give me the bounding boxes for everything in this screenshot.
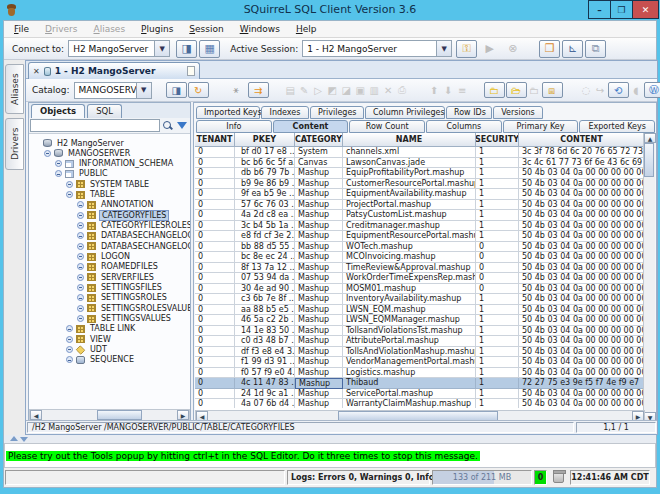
tree-collapsed-handle-icon[interactable] [66,356,73,363]
tree-collapsed-handle-icon[interactable] [77,274,84,281]
column-header-category[interactable]: CATEGORY [295,133,343,147]
collapse-down-icon[interactable] [20,437,28,442]
search-icon[interactable] [161,119,174,132]
tab-exported-keys[interactable]: Exported Keys [579,120,655,133]
tree-node-serverfiles[interactable]: SERVERFILES [77,272,156,282]
tab-row-ids[interactable]: Row IDs [446,106,492,119]
tree-node-udt[interactable]: UDT [66,345,109,355]
combo-arrow-icon[interactable]: ▼ [136,83,151,98]
tree-search-input[interactable] [30,119,160,132]
tab-info[interactable]: Info [196,120,272,133]
table-row[interactable]: 024 1d 9c a1 ...MashupServicePortal.mash… [195,389,645,400]
tree-node-settingsroles[interactable]: SETTINGSROLES [77,293,169,303]
tree-node-public[interactable]: PUBLIC [55,169,110,179]
tree-collapsed-handle-icon[interactable] [77,222,84,229]
tree-node-h2-mangoserver[interactable]: H2 MangoServer [33,138,126,148]
tree-collapsed-handle-icon[interactable] [55,160,62,167]
tree-node-mangoserver[interactable]: MANGOSERVER [44,148,132,158]
tree-collapsed-handle-icon[interactable] [77,253,84,260]
tree-node-settingsfiles[interactable]: SETTINGSFILES [77,283,164,293]
active-session-combo[interactable]: 1 - H2 MangoServer ▼ [302,40,452,57]
column-header-pkey[interactable]: PKEY [235,133,295,147]
tree-collapsed-handle-icon[interactable] [66,325,73,332]
notepad-icon[interactable]: 🗉 [542,82,563,98]
tree-node-categoryfiles[interactable]: CATEGORYFILES [77,210,169,220]
scroll-up-icon[interactable]: ▲ [644,133,656,143]
tree-collapsed-handle-icon[interactable] [77,212,84,219]
scroll-right-icon[interactable]: ▶ [177,410,189,420]
table-row[interactable]: 007 53 94 da ...MashupWorkOrderTimeExpen… [195,273,645,284]
table-row[interactable]: 0bc b6 6c 5f a..CanvasLawsonCanvas.jade1… [195,158,645,169]
filter-icon[interactable] [177,122,187,129]
tree-node-settingsvalues[interactable]: SETTINGSVALUES [77,314,173,324]
tree-node-sequence[interactable]: SEQUENCE [66,355,136,365]
session-tab-close-icon[interactable]: ✕ [33,67,40,76]
combo-arrow-icon[interactable]: ▼ [154,41,169,56]
tab-indexes[interactable]: Indexes [261,106,309,119]
table-row[interactable]: 04a 07 6b d4 ...MashupWarrantyClaimMashu… [195,399,645,408]
sql-filter-icon[interactable]: ⇉ [248,82,269,98]
tree-node-logon[interactable]: LOGON [77,252,132,262]
table-row[interactable]: 03c b4 5b 1a ...MashupCreditmanager.mash… [195,221,645,232]
memory-gauge[interactable]: 133 of 211 MB [432,470,532,485]
table-row[interactable]: 0df f3 e8 e4 3..MashupTollsAndViolationM… [195,347,645,358]
folder-expand-icon[interactable]: 🗀 [484,82,505,98]
menu-windows[interactable]: Windows [234,22,286,36]
tree-node-table[interactable]: TABLE [66,190,117,200]
table-row[interactable]: 057 6c 76 03 ...MashupProjectPortal.mash… [195,200,645,211]
tree-node-databasechangelog[interactable]: DATABASECHANGELOG [77,231,190,241]
tree-collapsed-handle-icon[interactable] [77,284,84,291]
tab-columns[interactable]: Columns [426,120,502,133]
minimize-button[interactable]: – [588,0,611,19]
tree-collapsed-handle-icon[interactable] [77,315,84,322]
table-row[interactable]: 030 4e ad 90 ...MashupMOSM01.mashup050 4… [195,284,645,295]
collapse-up-icon[interactable] [10,436,18,441]
tab-sql[interactable]: SQL [87,104,122,118]
catalog-combo[interactable]: MANGOSERVER ▼ [74,82,152,99]
dock-tab-drivers[interactable]: Drivers [5,118,24,170]
table-row[interactable]: 08f 13 7a 12 ...MashupTimeReview&Approva… [195,263,645,274]
menu-plugins[interactable]: Plugins [135,22,179,36]
tree-node-view[interactable]: VIEW [66,334,113,344]
column-header-content[interactable]: CONTENT [519,133,645,147]
tree-collapsed-handle-icon[interactable] [77,243,84,250]
tile-windows-icon[interactable]: ⊾ [562,40,583,58]
table-row[interactable]: 0b9 9e 86 b9 ...MashupCustomerResourcePo… [195,179,645,190]
refresh-object-tree-icon[interactable]: ↻ [188,82,209,98]
tree-node-settingsrolesvalue[interactable]: SETTINGSROLESVALUE [77,303,190,313]
column-header-security[interactable]: SECURITY [476,133,519,147]
table-row[interactable]: 04a 2d c8 ea ...MashupPatsyCustomList.ma… [195,210,645,221]
tab-privileges[interactable]: Privileges [310,106,364,119]
table-row[interactable]: 0f1 99 d3 91 ...MashupVendorManagementPo… [195,357,645,368]
table-row[interactable]: 0c0 d3 48 b7 ...MashupAttributePortal.ma… [195,336,645,347]
menu-session[interactable]: Session [183,22,229,36]
garbage-collect-icon[interactable] [553,472,564,483]
table-row[interactable]: 046 5a c2 2b ...MashupLWSN_EQMManager.ma… [195,315,645,326]
tree-collapsed-handle-icon[interactable] [77,294,84,301]
dock-tab-aliases[interactable]: Aliases [5,64,24,114]
refresh-table-icon[interactable]: ⟲ [608,82,629,98]
tab-versions[interactable]: Versions [493,106,543,119]
tree-node-databasechangelog[interactable]: DATABASECHANGELOG [77,241,190,251]
table-row[interactable]: 014 1e 83 50 ...MashupTollsandViolations… [195,326,645,337]
session-tab[interactable]: ✕ 1 - H2 MangoServer [28,62,200,79]
tree-expanded-handle-icon[interactable] [66,191,73,198]
close-button[interactable]: ✕ [632,0,659,19]
tree-collapsed-handle-icon[interactable] [77,201,84,208]
tab-primary-key[interactable]: Primary Key [503,120,579,133]
folder-window-icon[interactable]: 🗁 [506,82,527,98]
menu-help[interactable]: Help [290,22,323,36]
tree-collapsed-handle-icon[interactable] [66,336,73,343]
column-header-tenant[interactable]: TENANT [195,133,235,147]
table-row[interactable]: 0f0 57 f9 e0 4..MashupLogistics.mashup15… [195,368,645,379]
alias-properties-icon[interactable]: ▦ [199,40,220,58]
maximize-button[interactable]: ❐ [610,0,633,19]
table-row[interactable]: 0e8 fd cf 3e 2..MashupEquipmentResourceP… [195,231,645,242]
connect-to-combo[interactable]: H2 MangoServer ▼ [68,40,170,57]
table-row[interactable]: 0aa 88 b5 e5 ...MashupLWSN_EQM.mashup150… [195,305,645,316]
connect-alias-icon[interactable]: ◨ [176,40,197,58]
combo-arrow-icon[interactable]: ▼ [436,41,451,56]
tree-node-categoryfilesroles[interactable]: CATEGORYFILESROLES [77,221,190,231]
menu-file[interactable]: File [8,22,35,36]
tree-expanded-handle-icon[interactable] [55,170,62,177]
